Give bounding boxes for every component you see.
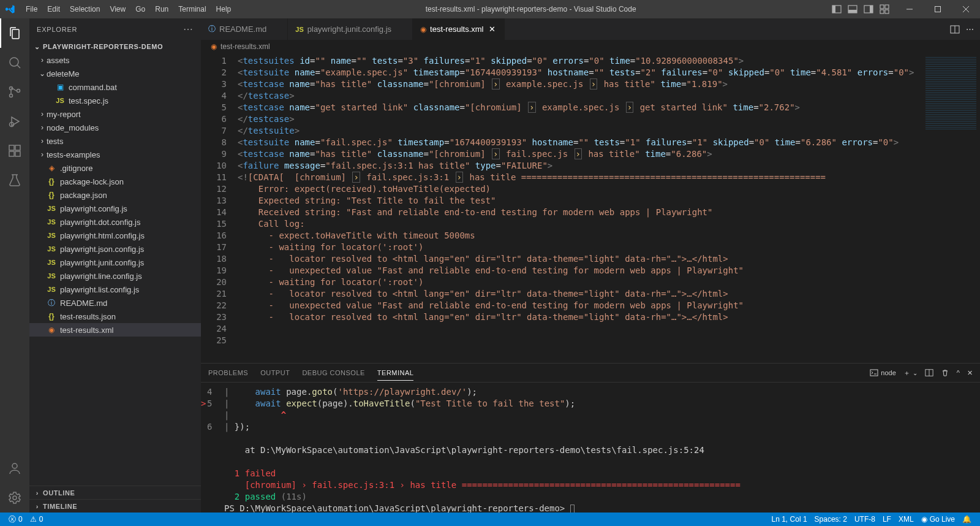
testing-view-icon[interactable] — [0, 166, 29, 195]
js-icon: JS — [47, 259, 56, 266]
split-editor-icon[interactable] — [950, 25, 960, 34]
file-test-spec-js[interactable]: JStest.spec.js — [29, 94, 201, 107]
menu-selection[interactable]: Selection — [65, 0, 105, 18]
tab-label: playwright.junit.config.js — [307, 25, 391, 34]
info-icon: ⓘ — [208, 24, 216, 34]
folder-tests-examples[interactable]: ›tests-examples — [29, 148, 201, 161]
node-label: playwright.list.config.js — [60, 285, 139, 294]
language-mode[interactable]: XML — [895, 513, 918, 526]
svg-rect-22 — [9, 151, 14, 156]
panel-tab-problems[interactable]: PROBLEMS — [208, 365, 248, 380]
menu-view[interactable]: View — [105, 0, 130, 18]
file-package-lock-json[interactable]: {}package-lock.json — [29, 175, 201, 188]
svg-rect-9 — [880, 10, 884, 13]
menu-file[interactable]: File — [21, 0, 42, 18]
file-playwright-junit-config-js[interactable]: JSplaywright.junit.config.js — [29, 256, 201, 269]
go-live[interactable]: ◉Go Live — [918, 513, 959, 526]
file-playwright-line-config-js[interactable]: JSplaywright.line.config.js — [29, 269, 201, 283]
explorer-view-icon[interactable] — [0, 18, 29, 48]
minimap[interactable] — [921, 53, 980, 363]
menu-go[interactable]: Go — [130, 0, 150, 18]
notifications-icon[interactable]: 🔔 — [959, 513, 975, 526]
tab-README-md[interactable]: ⓘREADME.md✕ — [201, 18, 288, 40]
breadcrumb[interactable]: ◉ test-results.xml — [201, 40, 980, 53]
search-view-icon[interactable] — [0, 48, 29, 77]
toggle-panel-icon[interactable] — [846, 3, 859, 15]
eol[interactable]: LF — [879, 513, 895, 526]
file-playwright-list-config-js[interactable]: JSplaywright.list.config.js — [29, 283, 201, 296]
close-tab-icon[interactable]: ✕ — [487, 25, 497, 34]
explorer-root[interactable]: ⌄ PLAYWRIGHT-REPORTERS-DEMO — [29, 40, 201, 53]
node-label: playwright.junit.config.js — [60, 258, 144, 267]
cursor-position[interactable]: Ln 1, Col 1 — [768, 513, 811, 526]
file-test-results-json[interactable]: {}test-results.json — [29, 310, 201, 323]
folder-my-report[interactable]: ›my-report — [29, 107, 201, 121]
node-label: package-lock.json — [60, 177, 124, 186]
file-playwright-config-js[interactable]: JSplaywright.config.js — [29, 202, 201, 215]
chevron-icon: ⌄ — [38, 69, 47, 78]
outline-label: OUTLINE — [43, 489, 75, 497]
toggle-secondary-sidebar-icon[interactable] — [862, 3, 875, 15]
chevron-right-icon: › — [33, 503, 42, 510]
menu-edit[interactable]: Edit — [42, 0, 65, 18]
file-playwright-html-config-js[interactable]: JSplaywright.html.config.js — [29, 229, 201, 242]
svg-rect-6 — [880, 5, 884, 9]
folder-tests[interactable]: ›tests — [29, 134, 201, 148]
menu-bar: FileEditSelectionViewGoRunTerminalHelp — [21, 0, 236, 18]
svg-rect-21 — [9, 145, 14, 150]
menu-help[interactable]: Help — [211, 0, 236, 18]
close-button[interactable] — [952, 0, 980, 18]
status-errors[interactable]: ⓧ0 — [5, 513, 26, 526]
accounts-icon[interactable] — [0, 454, 29, 483]
file-README-md[interactable]: ⓘREADME.md — [29, 296, 201, 310]
extensions-view-icon[interactable] — [0, 136, 29, 166]
menu-run[interactable]: Run — [150, 0, 173, 18]
node-label: tests — [47, 137, 63, 146]
split-terminal-icon[interactable] — [925, 368, 933, 377]
panel-tab-output[interactable]: OUTPUT — [260, 365, 290, 380]
chevron-icon: › — [38, 137, 47, 145]
file--gitignore[interactable]: ◈.gitignore — [29, 161, 201, 175]
layout-controls — [826, 3, 895, 15]
svg-rect-1 — [832, 6, 835, 13]
maximize-panel-icon[interactable]: ^ — [957, 369, 960, 376]
js-icon: JS — [47, 232, 56, 239]
terminal-launch-profile[interactable]: node — [870, 368, 895, 377]
source-control-view-icon[interactable] — [0, 77, 29, 107]
close-panel-icon[interactable]: ✕ — [967, 369, 973, 377]
panel-tab-debug-console[interactable]: DEBUG CONSOLE — [302, 365, 364, 380]
customize-layout-icon[interactable] — [878, 3, 891, 15]
file-playwright-json-config-js[interactable]: JSplaywright.json.config.js — [29, 242, 201, 256]
outline-section[interactable]: ›OUTLINE — [29, 486, 201, 499]
terminal-output[interactable]: 4| await page.goto('https://playwright.d… — [201, 383, 980, 513]
settings-gear-icon[interactable] — [0, 483, 29, 513]
folder-deleteMe[interactable]: ⌄deleteMe — [29, 67, 201, 80]
run-debug-view-icon[interactable] — [0, 107, 29, 136]
editor-more-icon[interactable]: ⋯ — [966, 25, 974, 34]
timeline-label: TIMELINE — [43, 503, 77, 510]
file-test-results-xml[interactable]: ◉test-results.xml — [29, 323, 201, 337]
code-content[interactable]: <testsuites id="" name="" tests="3" fail… — [238, 53, 921, 363]
folder-node_modules[interactable]: ›node_modules — [29, 121, 201, 134]
file-package-json[interactable]: {}package.json — [29, 188, 201, 202]
timeline-section[interactable]: ›TIMELINE — [29, 499, 201, 513]
indentation[interactable]: Spaces: 2 — [811, 513, 851, 526]
tab-test-results-xml[interactable]: ◉test-results.xml✕ — [413, 18, 505, 40]
new-terminal-icon[interactable]: ＋⌄ — [903, 368, 918, 378]
sidebar-more-icon[interactable]: ⋯ — [183, 23, 194, 35]
kill-terminal-icon[interactable] — [941, 368, 949, 377]
folder-assets[interactable]: ›assets — [29, 53, 201, 67]
js-icon: JS — [47, 218, 56, 226]
editor[interactable]: 1234567891011121314151617181920212223242… — [201, 53, 980, 363]
svg-point-26 — [12, 463, 17, 468]
encoding[interactable]: UTF-8 — [851, 513, 879, 526]
minimize-button[interactable] — [895, 0, 924, 18]
maximize-button[interactable] — [924, 0, 952, 18]
file-playwright-dot-config-js[interactable]: JSplaywright.dot.config.js — [29, 215, 201, 229]
status-warnings[interactable]: ⚠0 — [26, 513, 47, 526]
toggle-primary-sidebar-icon[interactable] — [831, 3, 843, 15]
tab-playwright-junit-config-js[interactable]: JSplaywright.junit.config.js✕ — [288, 18, 413, 40]
menu-terminal[interactable]: Terminal — [173, 0, 211, 18]
panel-tab-terminal[interactable]: TERMINAL — [377, 365, 414, 381]
file-command-bat[interactable]: ▣command.bat — [29, 80, 201, 94]
